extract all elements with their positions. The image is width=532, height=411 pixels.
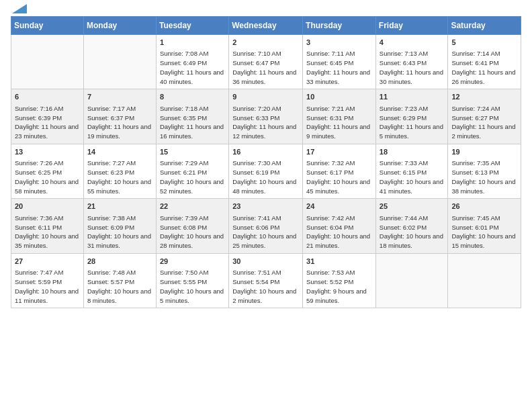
day-number: 15 [160,147,225,157]
day-number: 6 [15,92,80,102]
cell-content: Sunrise: 7:39 AM Sunset: 6:08 PM Dayligh… [160,214,225,250]
calendar-cell: 12Sunrise: 7:24 AM Sunset: 6:27 PM Dayli… [448,89,521,144]
cell-content: Sunrise: 7:44 AM Sunset: 6:02 PM Dayligh… [380,214,445,250]
cell-content: Sunrise: 7:42 AM Sunset: 6:04 PM Dayligh… [306,214,372,250]
calendar-cell: 2Sunrise: 7:10 AM Sunset: 6:47 PM Daylig… [229,35,303,89]
logo-icon [12,4,27,13]
calendar-cell: 27Sunrise: 7:47 AM Sunset: 5:59 PM Dayli… [11,253,84,308]
cell-content: Sunrise: 7:17 AM Sunset: 6:37 PM Dayligh… [87,104,152,141]
calendar-cell: 1Sunrise: 7:08 AM Sunset: 6:49 PM Daylig… [156,35,228,89]
cell-content: Sunrise: 7:35 AM Sunset: 6:13 PM Dayligh… [451,158,517,195]
cell-content: Sunrise: 7:48 AM Sunset: 5:57 PM Dayligh… [87,268,152,305]
calendar-cell: 10Sunrise: 7:21 AM Sunset: 6:31 PM Dayli… [303,89,376,144]
col-header-friday: Friday [375,17,448,35]
calendar-cell: 23Sunrise: 7:41 AM Sunset: 6:06 PM Dayli… [229,199,303,253]
day-number: 18 [380,147,445,157]
calendar-cell: 25Sunrise: 7:44 AM Sunset: 6:02 PM Dayli… [375,199,448,253]
day-number: 4 [380,38,445,48]
day-number: 1 [160,38,225,48]
day-number: 19 [451,147,517,157]
cell-content: Sunrise: 7:32 AM Sunset: 6:17 PM Dayligh… [306,158,372,195]
calendar-cell: 24Sunrise: 7:42 AM Sunset: 6:04 PM Dayli… [303,199,376,253]
day-number: 9 [232,92,299,102]
calendar-row-4: 20Sunrise: 7:36 AM Sunset: 6:11 PM Dayli… [11,199,521,253]
calendar-cell: 26Sunrise: 7:45 AM Sunset: 6:01 PM Dayli… [448,199,521,253]
cell-content: Sunrise: 7:27 AM Sunset: 6:23 PM Dayligh… [87,158,152,195]
calendar-row-2: 6Sunrise: 7:16 AM Sunset: 6:39 PM Daylig… [11,89,521,144]
cell-content: Sunrise: 7:29 AM Sunset: 6:21 PM Dayligh… [160,158,225,195]
calendar-row-1: 1Sunrise: 7:08 AM Sunset: 6:49 PM Daylig… [11,35,521,89]
day-number: 14 [87,147,152,157]
logo [11,8,27,11]
calendar-cell [375,253,448,308]
cell-content: Sunrise: 7:38 AM Sunset: 6:09 PM Dayligh… [87,214,152,250]
calendar-row-5: 27Sunrise: 7:47 AM Sunset: 5:59 PM Dayli… [11,253,521,308]
calendar-cell [448,253,521,308]
header-row: SundayMondayTuesdayWednesdayThursdayFrid… [11,17,521,35]
day-number: 30 [232,257,299,267]
page-header [11,8,521,11]
calendar-table: SundayMondayTuesdayWednesdayThursdayFrid… [11,16,521,308]
day-number: 28 [87,257,152,267]
cell-content: Sunrise: 7:21 AM Sunset: 6:31 PM Dayligh… [306,104,372,141]
calendar-cell: 18Sunrise: 7:33 AM Sunset: 6:15 PM Dayli… [375,144,448,198]
cell-content: Sunrise: 7:11 AM Sunset: 6:45 PM Dayligh… [306,49,372,86]
calendar-cell: 20Sunrise: 7:36 AM Sunset: 6:11 PM Dayli… [11,199,84,253]
day-number: 20 [15,201,80,212]
day-number: 13 [15,147,80,157]
day-number: 5 [451,38,517,48]
calendar-cell: 7Sunrise: 7:17 AM Sunset: 6:37 PM Daylig… [83,89,156,144]
cell-content: Sunrise: 7:53 AM Sunset: 5:52 PM Dayligh… [306,268,372,305]
day-number: 23 [232,201,299,212]
col-header-sunday: Sunday [11,17,84,35]
day-number: 31 [306,257,372,267]
calendar-cell: 29Sunrise: 7:50 AM Sunset: 5:55 PM Dayli… [156,253,228,308]
day-number: 3 [306,38,372,48]
day-number: 10 [306,92,372,102]
cell-content: Sunrise: 7:41 AM Sunset: 6:06 PM Dayligh… [232,214,299,250]
col-header-thursday: Thursday [303,17,376,35]
cell-content: Sunrise: 7:10 AM Sunset: 6:47 PM Dayligh… [232,49,299,86]
calendar-cell: 8Sunrise: 7:18 AM Sunset: 6:35 PM Daylig… [156,89,228,144]
calendar-row-3: 13Sunrise: 7:26 AM Sunset: 6:25 PM Dayli… [11,144,521,198]
cell-content: Sunrise: 7:13 AM Sunset: 6:43 PM Dayligh… [380,49,445,86]
day-number: 25 [380,201,445,212]
calendar-cell: 19Sunrise: 7:35 AM Sunset: 6:13 PM Dayli… [448,144,521,198]
day-number: 22 [160,201,225,212]
calendar-page: SundayMondayTuesdayWednesdayThursdayFrid… [0,0,532,411]
cell-content: Sunrise: 7:50 AM Sunset: 5:55 PM Dayligh… [160,268,225,305]
day-number: 2 [232,38,299,48]
calendar-cell: 28Sunrise: 7:48 AM Sunset: 5:57 PM Dayli… [83,253,156,308]
cell-content: Sunrise: 7:30 AM Sunset: 6:19 PM Dayligh… [232,158,299,195]
calendar-cell: 31Sunrise: 7:53 AM Sunset: 5:52 PM Dayli… [303,253,376,308]
cell-content: Sunrise: 7:36 AM Sunset: 6:11 PM Dayligh… [15,214,80,250]
cell-content: Sunrise: 7:23 AM Sunset: 6:29 PM Dayligh… [380,104,445,141]
cell-content: Sunrise: 7:18 AM Sunset: 6:35 PM Dayligh… [160,104,225,141]
cell-content: Sunrise: 7:16 AM Sunset: 6:39 PM Dayligh… [15,104,80,141]
col-header-monday: Monday [83,17,156,35]
svg-marker-0 [12,4,27,13]
calendar-cell: 5Sunrise: 7:14 AM Sunset: 6:41 PM Daylig… [448,35,521,89]
calendar-cell: 30Sunrise: 7:51 AM Sunset: 5:54 PM Dayli… [229,253,303,308]
day-number: 7 [87,92,152,102]
day-number: 24 [306,201,372,212]
cell-content: Sunrise: 7:20 AM Sunset: 6:33 PM Dayligh… [232,104,299,141]
calendar-cell [11,35,84,89]
calendar-cell: 22Sunrise: 7:39 AM Sunset: 6:08 PM Dayli… [156,199,228,253]
col-header-wednesday: Wednesday [229,17,303,35]
cell-content: Sunrise: 7:51 AM Sunset: 5:54 PM Dayligh… [232,268,299,305]
calendar-cell: 9Sunrise: 7:20 AM Sunset: 6:33 PM Daylig… [229,89,303,144]
day-number: 8 [160,92,225,102]
calendar-cell: 3Sunrise: 7:11 AM Sunset: 6:45 PM Daylig… [303,35,376,89]
col-header-saturday: Saturday [448,17,521,35]
calendar-cell [83,35,156,89]
calendar-cell: 13Sunrise: 7:26 AM Sunset: 6:25 PM Dayli… [11,144,84,198]
calendar-cell: 16Sunrise: 7:30 AM Sunset: 6:19 PM Dayli… [229,144,303,198]
calendar-cell: 21Sunrise: 7:38 AM Sunset: 6:09 PM Dayli… [83,199,156,253]
cell-content: Sunrise: 7:14 AM Sunset: 6:41 PM Dayligh… [451,49,517,86]
day-number: 12 [451,92,517,102]
day-number: 29 [160,257,225,267]
day-number: 21 [87,201,152,212]
cell-content: Sunrise: 7:08 AM Sunset: 6:49 PM Dayligh… [160,49,225,86]
day-number: 17 [306,147,372,157]
